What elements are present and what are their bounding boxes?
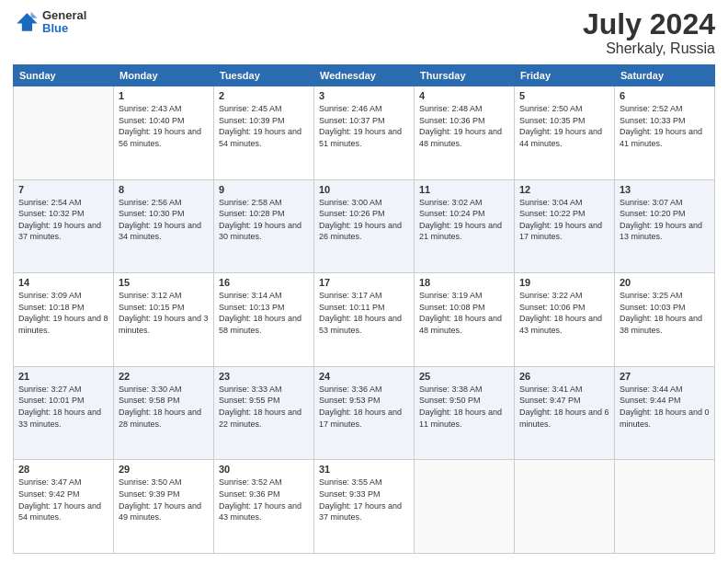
day-info: Sunrise: 2:50 AMSunset: 10:35 PMDaylight…: [519, 103, 609, 149]
day-number: 30: [219, 464, 309, 475]
day-number: 27: [620, 371, 710, 382]
calendar-cell: 20Sunrise: 3:25 AMSunset: 10:03 PMDaylig…: [615, 273, 715, 367]
day-number: 25: [419, 371, 509, 382]
calendar-cell: 27Sunrise: 3:44 AMSunset: 9:44 PMDayligh…: [615, 366, 715, 460]
day-info: Sunrise: 2:43 AMSunset: 10:40 PMDaylight…: [119, 103, 209, 149]
day-number: 22: [119, 371, 209, 382]
calendar-row: 14Sunrise: 3:09 AMSunset: 10:18 PMDaylig…: [14, 273, 715, 367]
logo-text: General Blue: [42, 9, 86, 36]
day-info: Sunrise: 2:56 AMSunset: 10:30 PMDaylight…: [119, 197, 209, 243]
calendar-cell: 19Sunrise: 3:22 AMSunset: 10:06 PMDaylig…: [515, 273, 615, 367]
calendar-row: 28Sunrise: 3:47 AMSunset: 9:42 PMDayligh…: [14, 460, 715, 554]
day-number: 1: [119, 90, 209, 101]
day-info: Sunrise: 3:41 AMSunset: 9:47 PMDaylight:…: [519, 384, 609, 430]
header-wednesday: Wednesday: [314, 65, 415, 86]
calendar-cell: 13Sunrise: 3:07 AMSunset: 10:20 PMDaylig…: [615, 179, 715, 273]
header-tuesday: Tuesday: [214, 65, 314, 86]
day-info: Sunrise: 3:12 AMSunset: 10:15 PMDaylight…: [119, 290, 209, 336]
calendar-cell: 16Sunrise: 3:14 AMSunset: 10:13 PMDaylig…: [214, 273, 314, 367]
calendar-cell: 18Sunrise: 3:19 AMSunset: 10:08 PMDaylig…: [415, 273, 515, 367]
calendar-cell: 4Sunrise: 2:48 AMSunset: 10:36 PMDayligh…: [415, 86, 515, 180]
day-number: 7: [18, 184, 108, 195]
calendar-cell: 21Sunrise: 3:27 AMSunset: 10:01 PMDaylig…: [14, 366, 114, 460]
calendar-cell: 11Sunrise: 3:02 AMSunset: 10:24 PMDaylig…: [415, 179, 515, 273]
day-number: 24: [319, 371, 409, 382]
header-friday: Friday: [515, 65, 615, 86]
day-number: 5: [519, 90, 609, 101]
calendar-cell: 9Sunrise: 2:58 AMSunset: 10:28 PMDayligh…: [214, 179, 314, 273]
day-number: 11: [419, 184, 509, 195]
header: General Blue July 2024 Sherkaly, Russia: [13, 9, 715, 57]
day-info: Sunrise: 2:46 AMSunset: 10:37 PMDaylight…: [319, 103, 409, 149]
day-info: Sunrise: 3:09 AMSunset: 10:18 PMDaylight…: [18, 290, 108, 336]
calendar-cell: 7Sunrise: 2:54 AMSunset: 10:32 PMDayligh…: [14, 179, 114, 273]
day-number: 14: [18, 277, 108, 288]
day-number: 13: [620, 184, 710, 195]
day-info: Sunrise: 3:22 AMSunset: 10:06 PMDaylight…: [519, 290, 609, 336]
calendar-cell: 25Sunrise: 3:38 AMSunset: 9:50 PMDayligh…: [415, 366, 515, 460]
logo-blue-text: Blue: [42, 22, 86, 35]
calendar-cell: 24Sunrise: 3:36 AMSunset: 9:53 PMDayligh…: [314, 366, 415, 460]
day-number: 15: [119, 277, 209, 288]
day-number: 31: [319, 464, 409, 475]
day-number: 18: [419, 277, 509, 288]
day-number: 17: [319, 277, 409, 288]
day-number: 23: [219, 371, 309, 382]
calendar-cell: 2Sunrise: 2:45 AMSunset: 10:39 PMDayligh…: [214, 86, 314, 180]
calendar-cell: 3Sunrise: 2:46 AMSunset: 10:37 PMDayligh…: [314, 86, 415, 180]
day-number: 2: [219, 90, 309, 101]
day-info: Sunrise: 3:33 AMSunset: 9:55 PMDaylight:…: [219, 384, 309, 430]
day-info: Sunrise: 2:58 AMSunset: 10:28 PMDaylight…: [219, 197, 309, 243]
day-info: Sunrise: 3:47 AMSunset: 9:42 PMDaylight:…: [18, 477, 108, 523]
day-number: 19: [519, 277, 609, 288]
day-info: Sunrise: 3:14 AMSunset: 10:13 PMDaylight…: [219, 290, 309, 336]
day-info: Sunrise: 3:25 AMSunset: 10:03 PMDaylight…: [620, 290, 710, 336]
logo: General Blue: [13, 9, 86, 36]
calendar-cell: 30Sunrise: 3:52 AMSunset: 9:36 PMDayligh…: [214, 460, 314, 554]
day-number: 4: [419, 90, 509, 101]
calendar-cell: 10Sunrise: 3:00 AMSunset: 10:26 PMDaylig…: [314, 179, 415, 273]
calendar-header-row: Sunday Monday Tuesday Wednesday Thursday…: [14, 65, 715, 86]
day-info: Sunrise: 2:54 AMSunset: 10:32 PMDaylight…: [18, 197, 108, 243]
day-info: Sunrise: 3:19 AMSunset: 10:08 PMDaylight…: [419, 290, 509, 336]
logo-general-text: General: [42, 9, 86, 22]
day-number: 6: [620, 90, 710, 101]
calendar-cell: [615, 460, 715, 554]
day-number: 26: [519, 371, 609, 382]
month-title: July 2024: [583, 9, 715, 39]
header-sunday: Sunday: [14, 65, 114, 86]
day-info: Sunrise: 2:48 AMSunset: 10:36 PMDaylight…: [419, 103, 509, 149]
day-info: Sunrise: 3:30 AMSunset: 9:58 PMDaylight:…: [119, 384, 209, 430]
day-info: Sunrise: 3:07 AMSunset: 10:20 PMDaylight…: [620, 197, 710, 243]
day-number: 20: [620, 277, 710, 288]
day-info: Sunrise: 3:36 AMSunset: 9:53 PMDaylight:…: [319, 384, 409, 430]
page: General Blue July 2024 Sherkaly, Russia …: [0, 0, 728, 563]
calendar-cell: [515, 460, 615, 554]
day-info: Sunrise: 3:44 AMSunset: 9:44 PMDaylight:…: [620, 384, 710, 430]
day-number: 29: [119, 464, 209, 475]
calendar-row: 7Sunrise: 2:54 AMSunset: 10:32 PMDayligh…: [14, 179, 715, 273]
day-info: Sunrise: 3:50 AMSunset: 9:39 PMDaylight:…: [119, 477, 209, 523]
logo-icon: [13, 9, 39, 35]
day-info: Sunrise: 3:17 AMSunset: 10:11 PMDaylight…: [319, 290, 409, 336]
calendar-cell: 8Sunrise: 2:56 AMSunset: 10:30 PMDayligh…: [114, 179, 214, 273]
day-number: 8: [119, 184, 209, 195]
calendar-row: 21Sunrise: 3:27 AMSunset: 10:01 PMDaylig…: [14, 366, 715, 460]
day-number: 3: [319, 90, 409, 101]
calendar-cell: [14, 86, 114, 180]
day-number: 16: [219, 277, 309, 288]
header-thursday: Thursday: [415, 65, 515, 86]
day-number: 28: [18, 464, 108, 475]
day-number: 21: [18, 371, 108, 382]
calendar-row: 1Sunrise: 2:43 AMSunset: 10:40 PMDayligh…: [14, 86, 715, 180]
day-number: 10: [319, 184, 409, 195]
day-info: Sunrise: 3:38 AMSunset: 9:50 PMDaylight:…: [419, 384, 509, 430]
calendar-cell: 14Sunrise: 3:09 AMSunset: 10:18 PMDaylig…: [14, 273, 114, 367]
calendar-cell: 1Sunrise: 2:43 AMSunset: 10:40 PMDayligh…: [114, 86, 214, 180]
calendar-cell: 6Sunrise: 2:52 AMSunset: 10:33 PMDayligh…: [615, 86, 715, 180]
day-number: 9: [219, 184, 309, 195]
calendar-cell: 17Sunrise: 3:17 AMSunset: 10:11 PMDaylig…: [314, 273, 415, 367]
day-info: Sunrise: 3:00 AMSunset: 10:26 PMDaylight…: [319, 197, 409, 243]
title-block: July 2024 Sherkaly, Russia: [583, 9, 715, 57]
calendar-cell: 12Sunrise: 3:04 AMSunset: 10:22 PMDaylig…: [515, 179, 615, 273]
